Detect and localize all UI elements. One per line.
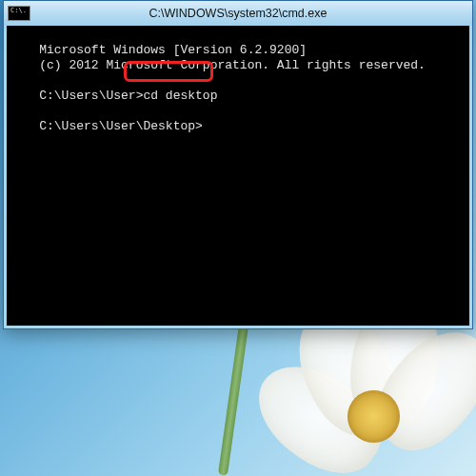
- command1: cd desktop: [143, 89, 217, 103]
- cmd-icon-label: C:\.: [10, 8, 27, 13]
- prompt1: C:\Users\User>: [39, 89, 143, 103]
- terminal-line-cmd1: C:\Users\User>cd desktop: [39, 89, 217, 103]
- cursor[interactable]: [203, 119, 210, 133]
- cmd-icon: C:\.: [8, 6, 30, 21]
- terminal-blank: [39, 73, 47, 88]
- terminal-blank2: [39, 104, 47, 118]
- prompt2: C:\Users\User\Desktop>: [39, 119, 203, 133]
- titlebar[interactable]: C:\. C:\WINDOWS\system32\cmd.exe: [4, 1, 472, 26]
- terminal-line-copyright: (c) 2012 Microsoft Corporation. All righ…: [39, 58, 426, 72]
- terminal-line-version: Microsoft Windows [Version 6.2.9200]: [39, 43, 307, 57]
- window-title: C:\WINDOWS\system32\cmd.exe: [149, 7, 327, 20]
- terminal-line-prompt2[interactable]: C:\Users\User\Desktop>: [39, 119, 209, 133]
- terminal-body[interactable]: Microsoft Windows [Version 6.2.9200] (c)…: [7, 26, 469, 326]
- wallpaper-stem: [218, 324, 248, 476]
- cmd-window[interactable]: C:\. C:\WINDOWS\system32\cmd.exe Microso…: [3, 0, 473, 329]
